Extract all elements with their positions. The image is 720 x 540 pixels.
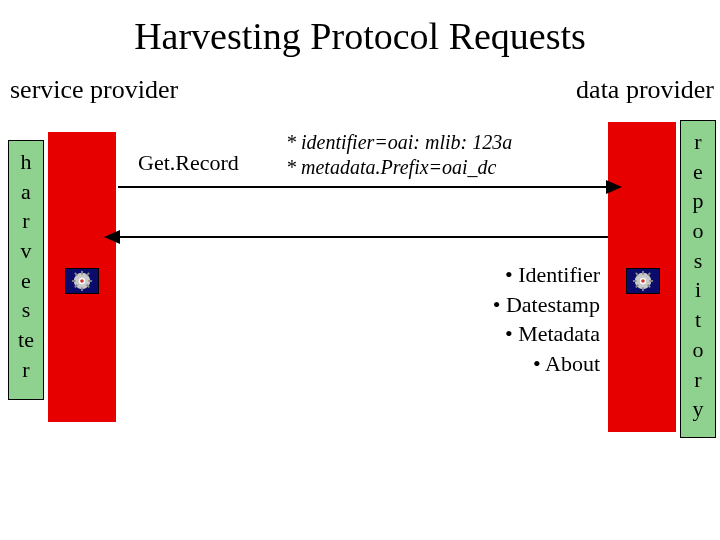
harvester-letter: h <box>9 147 43 177</box>
arrow-right-icon <box>606 180 622 194</box>
harvester-box: h a r v e s te r <box>8 140 44 400</box>
label-service-provider: service provider <box>10 75 178 105</box>
harvester-letter: te <box>9 325 43 355</box>
arrow-left-icon <box>104 230 120 244</box>
slide-title: Harvesting Protocol Requests <box>0 0 720 58</box>
repository-letter: r <box>681 127 715 157</box>
harvester-letter: r <box>9 355 43 385</box>
response-item: • Identifier <box>340 260 600 290</box>
protocol-diagram: h a r v e s te r r e p o s i t o r y <box>0 120 720 500</box>
repository-letter: r <box>681 365 715 395</box>
repository-letter: y <box>681 394 715 424</box>
response-item: • Datestamp <box>340 290 600 320</box>
repository-box: r e p o s i t o r y <box>680 120 716 438</box>
svg-rect-12 <box>642 271 644 275</box>
svg-rect-4 <box>88 280 92 282</box>
request-param: * identifier=oai: mlib: 123a <box>286 130 512 155</box>
repository-letter: e <box>681 157 715 187</box>
harvester-letter: a <box>9 177 43 207</box>
svg-point-21 <box>641 279 645 283</box>
harvester-letter: s <box>9 295 43 325</box>
harvester-letter: r <box>9 206 43 236</box>
harvester-letter: e <box>9 266 43 296</box>
request-arrow <box>118 186 608 188</box>
request-param: * metadata.Prefix=oai_dc <box>286 155 512 180</box>
repository-letter: i <box>681 275 715 305</box>
svg-rect-3 <box>72 280 76 282</box>
response-item: • Metadata <box>340 319 600 349</box>
repository-letter: p <box>681 186 715 216</box>
svg-rect-2 <box>81 287 83 291</box>
gear-icon <box>626 268 660 294</box>
repository-letter: t <box>681 305 715 335</box>
harvester-letter: v <box>9 236 43 266</box>
svg-rect-13 <box>642 287 644 291</box>
repository-letter: o <box>681 216 715 246</box>
repository-letter: s <box>681 246 715 276</box>
request-params: * identifier=oai: mlib: 123a * metadata.… <box>286 130 512 180</box>
response-item: • About <box>340 349 600 379</box>
response-arrow <box>118 236 608 238</box>
svg-point-10 <box>80 279 84 283</box>
repository-letter: o <box>681 335 715 365</box>
svg-rect-14 <box>633 280 637 282</box>
request-verb: Get.Record <box>138 150 239 176</box>
svg-rect-15 <box>649 280 653 282</box>
gear-icon <box>65 268 99 294</box>
response-items: • Identifier • Datestamp • Metadata • Ab… <box>340 260 600 379</box>
label-data-provider: data provider <box>576 75 714 105</box>
svg-rect-1 <box>81 271 83 275</box>
